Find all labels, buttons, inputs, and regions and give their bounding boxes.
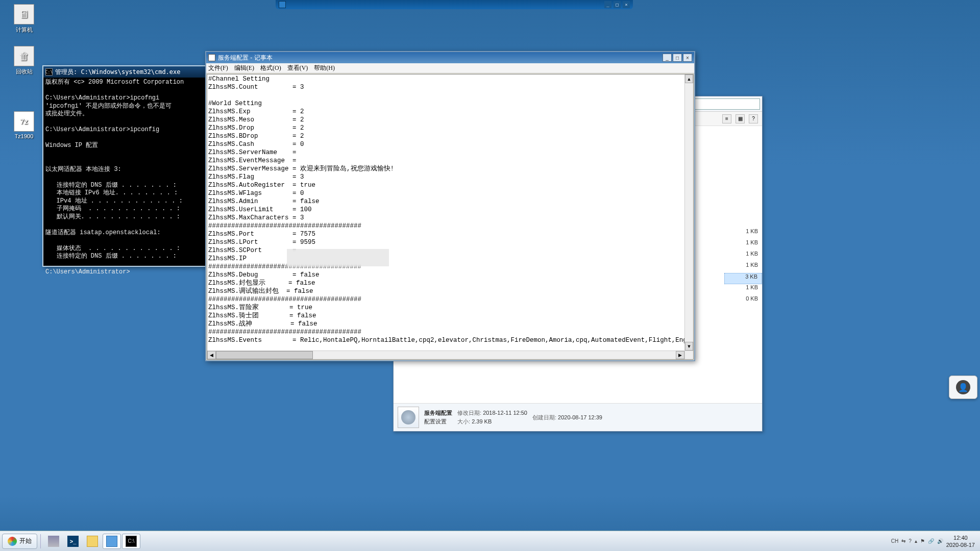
taskbar-item-explorer-pinned[interactable] xyxy=(83,534,102,549)
desktop-icon-7z[interactable]: 7z Tz1900 xyxy=(6,111,42,139)
app-icon xyxy=(279,1,286,8)
desktop-icon-recycle[interactable]: 🗑 回收站 xyxy=(6,46,42,76)
table-row[interactable]: 1 KB xyxy=(724,239,762,251)
detail-type: 配置设置 xyxy=(424,418,452,425)
taskbar: 开始 >_ C:\ CH ⇆ ? ▴ ⚑ 🔗 🔊 12:40 2020-08-1… xyxy=(0,531,980,551)
titlebar-fragment: _ □ × xyxy=(276,0,633,9)
icon-label: Tz1900 xyxy=(6,133,42,139)
view-grid-button[interactable]: ▦ xyxy=(736,114,745,123)
cmd-icon: C:\ xyxy=(45,68,53,76)
help-button[interactable]: ? xyxy=(749,114,758,123)
user-float-button[interactable]: 👤 xyxy=(949,375,977,399)
taskbar-item-cmd[interactable]: C:\ xyxy=(122,534,140,549)
separator xyxy=(40,534,41,548)
recycle-icon: 🗑 xyxy=(14,46,34,66)
mod-value: 2018-12-11 12:50 xyxy=(483,410,527,416)
server-icon xyxy=(48,536,59,547)
maximize-button[interactable]: □ xyxy=(614,1,621,8)
notepad-titlebar[interactable]: 服务端配置 - 记事本 _ □ × xyxy=(206,52,694,63)
scroll-down-button[interactable]: ▼ xyxy=(685,342,693,350)
table-row[interactable]: 1 KB xyxy=(724,228,762,239)
created-label: 创建日期: xyxy=(532,414,556,420)
desktop-icon-computer[interactable]: 🖥 计算机 xyxy=(6,4,42,34)
clock-date: 2020-08-17 xyxy=(946,541,975,548)
minimize-button[interactable]: _ xyxy=(604,1,611,8)
icon-label: 回收站 xyxy=(6,68,42,76)
menu-file[interactable]: 文件(F) xyxy=(208,64,228,72)
scrollbar-horizontal[interactable]: ◀ ▶ xyxy=(207,350,693,359)
scroll-thumb[interactable] xyxy=(216,351,313,359)
cmd-title: 管理员: C:\Windows\system32\cmd.exe xyxy=(55,68,181,77)
menu-help[interactable]: 帮助(H) xyxy=(314,64,335,72)
menu-view[interactable]: 查看(V) xyxy=(287,64,308,72)
table-row[interactable]: 1 KB xyxy=(724,284,762,295)
start-label: 开始 xyxy=(19,537,32,545)
notepad-body[interactable]: #Channel Setting ZlhssMS.Count = 3 #Worl… xyxy=(207,74,694,360)
explorer-window-icon xyxy=(106,536,117,547)
taskbar-item-powershell[interactable]: >_ xyxy=(64,534,82,549)
redacted-region xyxy=(287,249,389,266)
table-row-selected[interactable]: 3 KB xyxy=(724,273,762,284)
file-thumbnail-icon xyxy=(398,407,419,428)
computer-icon: 🖥 xyxy=(14,4,34,24)
mod-label: 修改日期: xyxy=(457,410,481,416)
windows-orb-icon xyxy=(8,537,17,546)
tray-help-icon[interactable]: ? xyxy=(909,538,912,544)
view-list-button[interactable]: ≡ xyxy=(722,114,731,123)
tray-flag-icon[interactable]: ⚑ xyxy=(920,538,925,544)
minimize-button[interactable]: _ xyxy=(663,54,672,62)
notepad-icon xyxy=(208,54,215,61)
tray-network-icon[interactable]: ⇆ xyxy=(901,538,905,544)
table-row[interactable]: 0 KB xyxy=(724,295,762,307)
maximize-button[interactable]: □ xyxy=(673,54,682,62)
system-tray: CH ⇆ ? ▴ ⚑ 🔗 🔊 12:40 2020-08-17 xyxy=(891,534,978,548)
taskbar-item-server[interactable] xyxy=(44,534,63,549)
scroll-left-button[interactable]: ◀ xyxy=(207,351,216,359)
scroll-corner xyxy=(684,351,693,359)
cmd-icon: C:\ xyxy=(126,536,137,547)
notepad-menubar: 文件(F) 编辑(E) 格式(O) 查看(V) 帮助(H) xyxy=(206,63,694,73)
notepad-window[interactable]: 服务端配置 - 记事本 _ □ × 文件(F) 编辑(E) 格式(O) 查看(V… xyxy=(205,51,695,361)
explorer-icon xyxy=(87,536,98,547)
icon-label: 计算机 xyxy=(6,26,42,34)
sevenzip-icon: 7z xyxy=(14,111,34,132)
detail-name: 服务端配置 xyxy=(424,410,452,416)
scroll-right-button[interactable]: ▶ xyxy=(676,351,684,359)
tray-expand-icon[interactable]: ▴ xyxy=(915,538,917,544)
table-row[interactable]: 1 KB xyxy=(724,251,762,262)
scroll-up-button[interactable]: ▲ xyxy=(685,74,693,83)
powershell-icon: >_ xyxy=(67,536,79,547)
close-button[interactable]: × xyxy=(683,54,692,62)
clock-time: 12:40 xyxy=(946,534,975,541)
size-value: 2.39 KB xyxy=(472,418,492,424)
notepad-title: 服务端配置 - 记事本 xyxy=(218,54,273,62)
menu-edit[interactable]: 编辑(E) xyxy=(234,64,254,72)
size-label: 大小: xyxy=(457,418,470,424)
scroll-track[interactable] xyxy=(313,351,676,359)
created-value: 2020-08-17 12:39 xyxy=(558,414,602,420)
start-button[interactable]: 开始 xyxy=(2,534,37,549)
table-row[interactable]: 1 KB xyxy=(724,262,762,273)
tray-net2-icon[interactable]: 🔗 xyxy=(928,538,934,544)
details-pane: 服务端配置 配置设置 修改日期: 2018-12-11 12:50 大小: 2.… xyxy=(394,403,762,431)
file-size-column: 1 KB 1 KB 1 KB 1 KB 3 KB 1 KB 0 KB xyxy=(724,126,762,307)
user-icon: 👤 xyxy=(956,380,970,394)
notepad-text[interactable]: #Channel Setting ZlhssMS.Count = 3 #Worl… xyxy=(207,74,693,345)
scrollbar-vertical[interactable]: ▲ ▼ xyxy=(684,74,693,350)
clock[interactable]: 12:40 2020-08-17 xyxy=(946,534,975,548)
tray-volume-icon[interactable]: 🔊 xyxy=(937,538,943,544)
taskbar-item-explorer[interactable] xyxy=(103,534,121,549)
ime-indicator[interactable]: CH xyxy=(891,538,898,544)
menu-format[interactable]: 格式(O) xyxy=(260,64,281,72)
close-button[interactable]: × xyxy=(623,1,630,8)
